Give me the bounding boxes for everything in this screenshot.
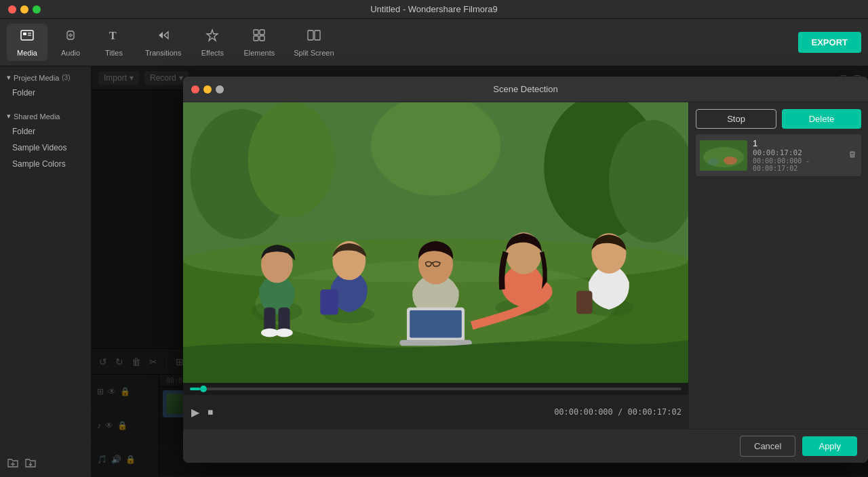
svg-text:T: T [109, 30, 117, 41]
sidebar-item-folder1[interactable]: Folder [0, 85, 91, 101]
video-controls: ▶ ■ 00:00:00:000 / 00:00:17:02 [183, 395, 688, 429]
delete-scene-button[interactable]: Delete [782, 109, 861, 129]
scene-detection-modal: Scene Detection [183, 77, 868, 463]
content-area: Import ▾ Record ▾ ⊟ ⊞ [92, 66, 868, 477]
toolbar-audio[interactable]: Audio [50, 24, 91, 61]
modal-overlay: Scene Detection [92, 66, 868, 477]
svg-rect-9 [260, 36, 264, 41]
toolbar-titles-label: Titles [105, 49, 123, 57]
scene-range: 00:00:00:000 - 00:00:17:02 [753, 157, 842, 172]
toolbar-split-screen-label: Split Screen [294, 49, 334, 57]
modal-body: ▶ ■ 00:00:00:000 / 00:00:17:02 S [183, 102, 868, 429]
chevron-down-icon: ▾ [7, 73, 11, 82]
media-icon [20, 28, 35, 46]
close-button[interactable] [8, 5, 16, 14]
scrubber-bar[interactable] [183, 383, 688, 395]
progress-track[interactable] [190, 388, 682, 390]
modal-window-controls [191, 85, 224, 94]
main-layout: ▾ Project Media (3) Folder ▾ Shared Medi… [0, 66, 868, 477]
scene-duration: 00:00:17:02 [753, 148, 842, 157]
split-screen-icon [307, 28, 321, 46]
toolbar-titles[interactable]: T Titles [94, 24, 134, 61]
apply-button[interactable]: Apply [802, 436, 857, 456]
scene-thumbnail [700, 140, 747, 171]
scene-number: 1 [753, 138, 842, 148]
svg-rect-6 [254, 30, 258, 35]
play-button[interactable]: ▶ [190, 405, 201, 420]
progress-fill [190, 388, 200, 390]
svg-point-38 [275, 329, 293, 337]
svg-marker-5 [207, 30, 218, 41]
modal-minimize-button[interactable] [203, 85, 212, 94]
toolbar-transitions[interactable]: Transitions [137, 24, 189, 61]
audio-icon [63, 28, 78, 46]
svg-rect-51 [320, 289, 338, 314]
toolbar-media[interactable]: Media [7, 24, 47, 61]
stop-button[interactable]: ■ [206, 405, 214, 419]
toolbar-transitions-label: Transitions [145, 49, 181, 57]
toolbar-effects[interactable]: Effects [192, 24, 233, 61]
sidebar: ▾ Project Media (3) Folder ▾ Shared Medi… [0, 66, 92, 477]
transitions-icon [156, 28, 171, 46]
toolbar-audio-label: Audio [61, 49, 80, 57]
project-media-title[interactable]: ▾ Project Media (3) [0, 70, 91, 85]
svg-point-56 [724, 157, 737, 165]
new-folder-icon[interactable] [7, 457, 19, 472]
modal-right-panel: Stop Delete [688, 102, 868, 429]
modal-title: Scene Detection [493, 84, 557, 94]
svg-rect-11 [315, 30, 320, 40]
titlebar: Untitled - Wondershare Filmora9 [0, 0, 868, 19]
svg-rect-52 [576, 291, 592, 314]
shared-media-title[interactable]: ▾ Shared Media [0, 109, 91, 123]
toolbar-split-screen[interactable]: Split Screen [285, 24, 342, 61]
svg-rect-7 [260, 30, 264, 35]
svg-rect-0 [21, 30, 33, 40]
modal-expand-button[interactable] [216, 85, 224, 94]
maximize-button[interactable] [33, 5, 41, 14]
main-toolbar: Media Audio T Titles Transitions [0, 19, 868, 66]
scene-item: 1 00:00:17:02 00:00:00:000 - 00:00:17:02 [696, 134, 861, 176]
window-controls [8, 5, 41, 14]
scene-info: 1 00:00:17:02 00:00:00:000 - 00:00:17:02 [753, 138, 842, 172]
sidebar-item-folder2[interactable]: Folder [0, 123, 91, 140]
toolbar-elements[interactable]: Elements [235, 24, 283, 61]
sidebar-item-sample-videos[interactable]: Sample Videos [0, 140, 91, 156]
shared-media-section: ▾ Shared Media Folder Sample Videos Samp… [0, 105, 91, 176]
svg-rect-8 [254, 36, 258, 41]
modal-titlebar: Scene Detection [183, 77, 868, 102]
chevron-down-icon2: ▾ [7, 112, 11, 121]
sidebar-item-sample-colors[interactable]: Sample Colors [0, 156, 91, 172]
progress-handle[interactable] [200, 386, 207, 392]
project-media-section: ▾ Project Media (3) Folder [0, 66, 91, 105]
effects-icon [205, 28, 220, 46]
window-title: Untitled - Wondershare Filmora9 [370, 4, 498, 14]
video-preview [183, 102, 688, 383]
timecode: 00:00:00:000 / 00:00:17:02 [554, 407, 682, 417]
sidebar-actions [0, 451, 91, 477]
svg-rect-1 [23, 33, 26, 35]
cancel-button[interactable]: Cancel [740, 436, 795, 457]
titles-icon: T [106, 28, 121, 46]
import-folder-icon[interactable] [24, 457, 37, 472]
modal-footer: Cancel Apply [183, 429, 868, 463]
modal-video-area: ▶ ■ 00:00:00:000 / 00:00:17:02 [183, 102, 688, 429]
svg-point-54 [703, 147, 744, 167]
toolbar-effects-label: Effects [201, 49, 224, 57]
svg-rect-45 [410, 310, 462, 337]
stop-detection-button[interactable]: Stop [696, 109, 776, 129]
minimize-button[interactable] [20, 5, 28, 14]
scene-delete-icon[interactable] [848, 150, 857, 161]
toolbar-elements-label: Elements [243, 49, 275, 57]
svg-point-26 [248, 102, 335, 217]
scene-detection-actions: Stop Delete [696, 109, 861, 129]
modal-close-button[interactable] [191, 85, 199, 94]
svg-rect-10 [308, 30, 313, 40]
svg-point-55 [708, 159, 719, 165]
toolbar-media-label: Media [17, 49, 37, 57]
export-button[interactable]: EXPORT [798, 32, 861, 53]
svg-rect-46 [399, 340, 471, 346]
elements-icon [252, 28, 267, 46]
